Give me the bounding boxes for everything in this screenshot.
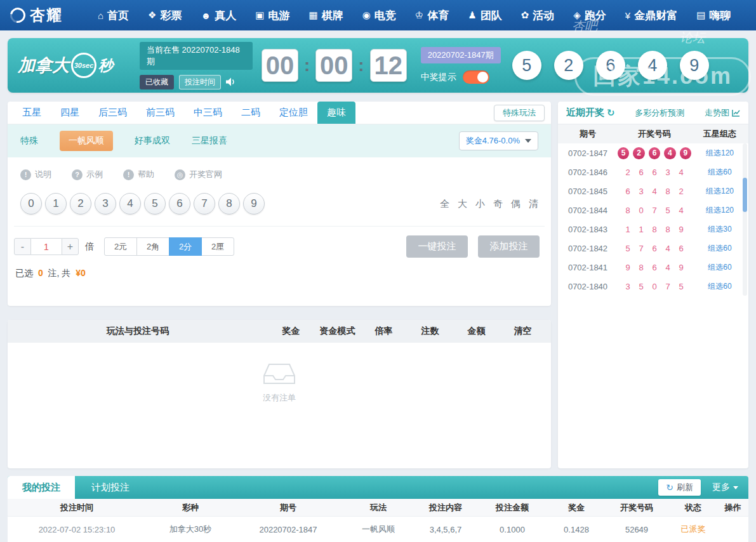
refresh-label: 刷新 bbox=[677, 482, 693, 493]
chart-icon bbox=[732, 109, 740, 117]
tab-five-star[interactable]: 五星 bbox=[13, 102, 51, 124]
ball-8[interactable]: 8 bbox=[218, 193, 240, 215]
column-five-star-pattern: 五星组态 bbox=[691, 128, 748, 140]
nav-item-esports[interactable]: ◉电竞 bbox=[362, 8, 396, 23]
filter-small[interactable]: 小 bbox=[475, 198, 485, 210]
ball-2[interactable]: 2 bbox=[70, 193, 91, 215]
scrollbar-thumb[interactable] bbox=[743, 178, 747, 212]
nav-item-lottery[interactable]: ❖彩票 bbox=[148, 8, 182, 23]
ball-0[interactable]: 0 bbox=[20, 193, 42, 215]
countdown-minutes: 00 bbox=[315, 49, 352, 82]
tab-analysis[interactable]: 多彩分析预测 bbox=[635, 107, 684, 119]
nav-item-live-casino[interactable]: ☻真人 bbox=[201, 8, 237, 23]
instructions-link[interactable]: !说明 bbox=[20, 169, 51, 180]
group-pattern-link[interactable]: 组选60 bbox=[691, 167, 748, 178]
sidebar-scrollbar[interactable] bbox=[743, 143, 747, 296]
draw-number: 6 bbox=[638, 168, 644, 177]
draw-numbers: 80754 bbox=[618, 206, 691, 215]
draw-row: 0702-1841 98649 组选60 bbox=[558, 258, 748, 277]
draw-row: 0702-1847 5 2 6 4 9 组选120 bbox=[558, 143, 748, 162]
ball-7[interactable]: 7 bbox=[194, 193, 215, 215]
draw-number-ball: 2 bbox=[633, 147, 644, 159]
tab-trend-chart[interactable]: 走势图 bbox=[705, 107, 740, 119]
subtab-three-star[interactable]: 三星报喜 bbox=[192, 135, 227, 147]
ball-9[interactable]: 9 bbox=[243, 193, 265, 215]
betslip-panel: 玩法与投注号码 奖金 资金模式 倍率 注数 金额 清空 没有注单 bbox=[8, 320, 551, 468]
multiplier-minus-button[interactable]: - bbox=[14, 238, 31, 255]
special-play-button[interactable]: 特殊玩法 bbox=[494, 105, 545, 121]
win-tip-toggle[interactable] bbox=[463, 70, 489, 84]
nav-item-board-games[interactable]: ▦棋牌 bbox=[309, 8, 343, 23]
tab-my-bets[interactable]: 我的投注 bbox=[8, 476, 75, 499]
refresh-icon: ↻ bbox=[607, 107, 615, 119]
subtab-smooth-sailing[interactable]: 一帆风顺 bbox=[60, 131, 113, 151]
ball-1[interactable]: 1 bbox=[45, 193, 67, 215]
more-dropdown[interactable]: 更多 bbox=[712, 482, 738, 493]
tab-plan-bets[interactable]: 计划投注 bbox=[91, 482, 129, 494]
group-pattern-link[interactable]: 组选60 bbox=[691, 281, 748, 292]
site-logo[interactable]: 杏耀 bbox=[10, 5, 63, 25]
tab-middle-three[interactable]: 中三码 bbox=[184, 102, 232, 124]
group-pattern-link[interactable]: 组选120 bbox=[691, 205, 748, 216]
multiplier-value[interactable]: 1 bbox=[31, 238, 62, 255]
trophy-icon: ♔ bbox=[415, 10, 423, 21]
official-site-link[interactable]: ◎开奖官网 bbox=[175, 169, 222, 180]
nav-item-wealth[interactable]: ¥金鼎财富 bbox=[625, 8, 677, 23]
favorited-badge[interactable]: 已收藏 bbox=[140, 75, 174, 89]
group-pattern-link[interactable]: 组选60 bbox=[691, 262, 748, 273]
nav-item-activity[interactable]: ✿活动 bbox=[521, 8, 555, 23]
filter-clear[interactable]: 清 bbox=[529, 198, 538, 210]
ball-5[interactable]: 5 bbox=[144, 193, 166, 215]
quick-bet-button[interactable]: 一键投注 bbox=[406, 235, 468, 258]
tab-last-three[interactable]: 后三码 bbox=[89, 102, 136, 124]
info-icon: ! bbox=[20, 169, 31, 180]
group-pattern-link[interactable]: 组选120 bbox=[691, 186, 748, 197]
ball-6[interactable]: 6 bbox=[169, 193, 190, 215]
prize-select[interactable]: 奖金4.76-0.0% bbox=[459, 131, 538, 150]
group-pattern-link[interactable]: 组选30 bbox=[691, 224, 748, 235]
nav-item-score-run[interactable]: ◈跑分 bbox=[573, 8, 606, 23]
add-bet-button[interactable]: 添加投注 bbox=[478, 235, 540, 258]
nav-item-electronic-games[interactable]: ▣电游 bbox=[255, 8, 289, 23]
subtab-double-happiness[interactable]: 好事成双 bbox=[135, 135, 170, 147]
multiplier-plus-button[interactable]: + bbox=[62, 238, 79, 255]
tab-fun[interactable]: 趣味 bbox=[317, 102, 355, 124]
draw-number: 3 bbox=[625, 282, 631, 291]
filter-big[interactable]: 大 bbox=[458, 198, 467, 210]
ball-4[interactable]: 4 bbox=[119, 193, 141, 215]
column-draw-numbers: 开奖号码 bbox=[604, 502, 669, 513]
sub-play-tabs: 特殊 一帆风顺 好事成双 三星报喜 奖金4.76-0.0% bbox=[8, 124, 551, 157]
tab-recent-draws[interactable]: 近期开奖 ↻ bbox=[566, 107, 615, 119]
filter-odd[interactable]: 奇 bbox=[493, 198, 503, 210]
filter-all[interactable]: 全 bbox=[440, 198, 449, 210]
tab-four-star[interactable]: 四星 bbox=[51, 102, 89, 124]
refresh-button[interactable]: ↻ 刷新 bbox=[658, 479, 701, 496]
tab-position[interactable]: 定位胆 bbox=[270, 102, 317, 124]
denom-yuan[interactable]: 2元 bbox=[104, 237, 137, 256]
bet-actions: 一键投注 添加投注 bbox=[406, 235, 545, 258]
bet-time-badge[interactable]: 投注时间 bbox=[179, 75, 221, 89]
nav-item-chat[interactable]: ▤嗨聊 bbox=[696, 8, 731, 23]
group-pattern-link[interactable]: 组选60 bbox=[691, 243, 748, 254]
ball-3[interactable]: 3 bbox=[95, 193, 116, 215]
tab-two-digits[interactable]: 二码 bbox=[232, 102, 270, 124]
tab-first-three[interactable]: 前三码 bbox=[136, 102, 184, 124]
nav-item-sports[interactable]: ♔体育 bbox=[415, 8, 449, 23]
nav-item-home[interactable]: ⌂首页 bbox=[98, 8, 129, 23]
subtab-special[interactable]: 特殊 bbox=[20, 135, 38, 147]
column-play-numbers: 玩法与投注号码 bbox=[8, 326, 268, 337]
nav-item-team[interactable]: ♟团队 bbox=[468, 8, 501, 23]
denom-li[interactable]: 2厘 bbox=[201, 237, 234, 256]
help-link[interactable]: !帮助 bbox=[123, 169, 154, 180]
denom-fen[interactable]: 2分 bbox=[169, 237, 202, 256]
speaker-icon[interactable] bbox=[226, 77, 236, 86]
denom-jiao[interactable]: 2角 bbox=[136, 237, 169, 256]
more-label: 更多 bbox=[712, 482, 730, 493]
countdown-timer: 00 : 00 : 12 bbox=[262, 49, 407, 82]
filter-even[interactable]: 偶 bbox=[511, 198, 521, 210]
bet-prize: 0.1428 bbox=[548, 525, 604, 534]
example-link[interactable]: ?示例 bbox=[72, 169, 103, 180]
betslip-header: 玩法与投注号码 奖金 资金模式 倍率 注数 金额 清空 bbox=[8, 320, 551, 343]
group-pattern-link[interactable]: 组选120 bbox=[691, 148, 748, 159]
quick-filters: 全 大 小 奇 偶 清 bbox=[440, 198, 538, 210]
